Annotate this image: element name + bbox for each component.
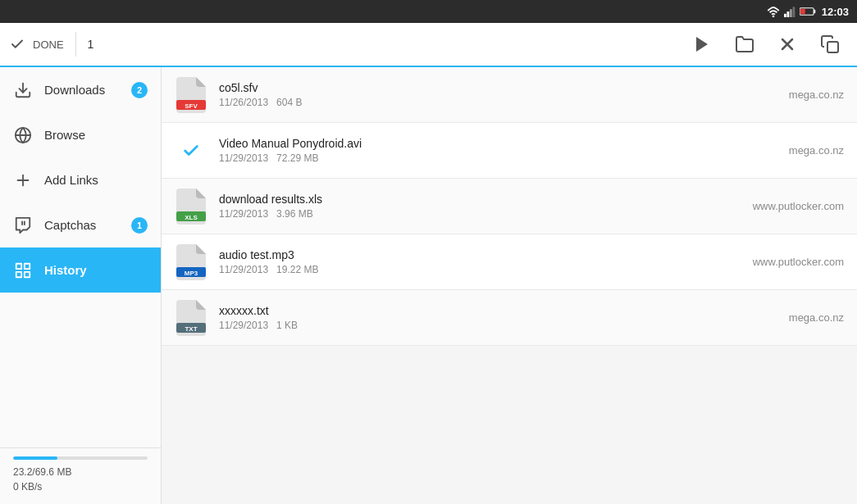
file-info: Video Manual Ponydroid.avi 11/29/2013 72… <box>219 137 777 164</box>
svg-rect-18 <box>25 263 30 268</box>
storage-progress-track <box>13 456 148 460</box>
svg-rect-11 <box>827 42 838 52</box>
svg-rect-1 <box>784 14 786 17</box>
file-info: xxxxxx.txt 11/29/2013 1 KB <box>219 304 777 331</box>
svg-text:XLS: XLS <box>185 214 198 221</box>
toolbar-count: 1 <box>88 38 104 51</box>
svg-rect-17 <box>16 263 21 268</box>
table-row[interactable]: XLS download results.xls 11/29/2013 3.96… <box>162 179 857 234</box>
svg-text:SFV: SFV <box>185 102 198 110</box>
file-meta: 11/29/2013 72.29 MB <box>219 152 777 164</box>
table-row[interactable]: Video Manual Ponydroid.avi 11/29/2013 72… <box>162 123 857 179</box>
svg-marker-8 <box>696 37 708 52</box>
captchas-badge: 1 <box>131 217 148 234</box>
svg-rect-20 <box>25 271 30 276</box>
file-icon-wrap: MP3 <box>175 243 207 282</box>
downloads-label: Downloads <box>44 83 120 97</box>
download-speed: 0 KB/s <box>13 479 148 494</box>
folder-button[interactable] <box>727 27 762 61</box>
file-icon-wrap: SFV <box>175 75 207 115</box>
svg-text:MP3: MP3 <box>185 270 198 277</box>
done-label: DONE <box>33 39 64 51</box>
file-info: download results.xls 11/29/2013 3.96 MB <box>219 193 741 220</box>
file-name: audio test.mp3 <box>219 248 741 261</box>
play-button[interactable] <box>685 27 719 61</box>
svg-rect-3 <box>790 9 792 17</box>
toolbar-divider <box>75 32 76 57</box>
sidebar-item-downloads[interactable]: Downloads 2 <box>0 67 161 112</box>
svg-point-0 <box>772 16 774 17</box>
history-label: History <box>44 263 148 277</box>
file-source: mega.co.nz <box>789 311 844 324</box>
sidebar-item-history[interactable]: History <box>0 247 161 293</box>
file-icon-wrap: XLS <box>175 187 207 226</box>
add-links-icon <box>13 170 33 190</box>
svg-rect-6 <box>814 10 815 13</box>
status-time: 12:03 <box>822 6 849 18</box>
sidebar: Downloads 2 Browse Add Links <box>0 67 162 504</box>
file-icon-wrap: TXT <box>175 298 207 338</box>
captchas-label: Captchas <box>44 218 120 232</box>
file-meta: 11/26/2013 604 B <box>219 97 777 108</box>
svg-rect-19 <box>16 271 21 276</box>
battery-icon <box>800 7 816 16</box>
sidebar-footer: 23.2/69.6 MB 0 KB/s <box>0 447 161 504</box>
captchas-icon <box>13 216 33 235</box>
table-row[interactable]: TXT xxxxxx.txt 11/29/2013 1 KB mega.co.n… <box>162 290 857 346</box>
downloads-icon <box>13 80 33 100</box>
svg-rect-7 <box>800 9 805 14</box>
wifi-icon <box>767 6 780 17</box>
file-list: SFV co5l.sfv 11/26/2013 604 B mega.co.nz… <box>162 67 857 504</box>
file-meta: 11/29/2013 19.22 MB <box>219 264 741 275</box>
storage-stats: 23.2/69.6 MB 0 KB/s <box>13 465 148 494</box>
add-links-label: Add Links <box>44 173 148 187</box>
storage-progress-fill <box>13 456 57 460</box>
sidebar-item-add-links[interactable]: Add Links <box>0 157 161 202</box>
main-content: Downloads 2 Browse Add Links <box>0 67 857 504</box>
file-name: download results.xls <box>219 193 741 206</box>
sfv-file-icon: SFV <box>176 77 206 113</box>
close-button[interactable] <box>770 27 805 61</box>
xls-file-icon: XLS <box>176 188 206 225</box>
svg-rect-2 <box>786 11 789 17</box>
downloads-badge: 2 <box>131 82 148 98</box>
file-source: mega.co.nz <box>789 144 844 157</box>
table-row[interactable]: SFV co5l.sfv 11/26/2013 604 B mega.co.nz <box>162 67 857 123</box>
copy-button[interactable] <box>813 27 847 61</box>
file-icon-wrap <box>175 131 207 170</box>
signal-icon <box>784 6 795 17</box>
storage-used: 23.2/69.6 MB <box>13 465 148 479</box>
toolbar: DONE 1 <box>0 23 857 67</box>
file-source: www.putlocker.com <box>753 256 844 268</box>
txt-file-icon: TXT <box>176 300 206 336</box>
browse-label: Browse <box>44 128 148 142</box>
file-meta: 11/29/2013 1 KB <box>219 320 777 331</box>
file-info: co5l.sfv 11/26/2013 604 B <box>219 81 777 108</box>
file-name: co5l.sfv <box>219 81 777 94</box>
browse-icon <box>13 125 33 145</box>
check-icon <box>182 142 200 160</box>
table-row[interactable]: MP3 audio test.mp3 11/29/2013 19.22 MB w… <box>162 234 857 290</box>
svg-text:TXT: TXT <box>185 325 197 333</box>
mp3-file-icon: MP3 <box>176 244 206 280</box>
file-source: mega.co.nz <box>789 89 844 101</box>
file-meta: 11/29/2013 3.96 MB <box>219 208 741 220</box>
history-icon <box>13 261 33 280</box>
done-check[interactable] <box>10 37 25 52</box>
status-bar: 12:03 <box>0 0 857 23</box>
file-name: xxxxxx.txt <box>219 304 777 317</box>
file-source: www.putlocker.com <box>753 200 844 212</box>
sidebar-item-browse[interactable]: Browse <box>0 112 161 157</box>
svg-rect-4 <box>792 7 795 17</box>
sidebar-item-captchas[interactable]: Captchas 1 <box>0 202 161 247</box>
file-name: Video Manual Ponydroid.avi <box>219 137 777 150</box>
file-info: audio test.mp3 11/29/2013 19.22 MB <box>219 248 741 275</box>
